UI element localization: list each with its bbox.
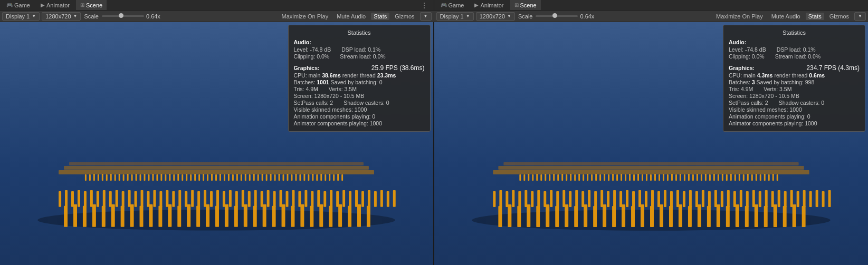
svg-rect-173	[587, 174, 588, 181]
left-shadow: Shadow casters: 0	[344, 100, 389, 106]
svg-rect-103	[292, 190, 295, 207]
svg-rect-67	[65, 190, 68, 207]
slider-thumb-right[interactable]	[552, 13, 557, 18]
svg-rect-121	[73, 204, 77, 227]
svg-rect-4	[85, 174, 87, 181]
svg-rect-53	[291, 174, 293, 181]
svg-rect-69	[78, 190, 80, 207]
left-dsp: DSP load: 0.1%	[341, 46, 380, 53]
svg-rect-237	[607, 191, 609, 207]
slider-track-left[interactable]	[102, 15, 144, 17]
display-dropdown-left[interactable]: Display 1 ▼	[2, 12, 40, 21]
tab-scene-right[interactable]: ⊞ Scene	[510, 0, 541, 10]
svg-rect-146	[310, 206, 314, 227]
dots-menu-left[interactable]: ⋮	[417, 1, 432, 9]
slider-thumb-left[interactable]	[119, 13, 123, 18]
mute-audio-left[interactable]: Mute Audio	[333, 13, 369, 20]
svg-rect-22	[161, 174, 163, 181]
svg-rect-33	[207, 174, 208, 181]
left-audio-row1: Level: -74.8 dB DSP load: 0.1%	[294, 46, 425, 53]
svg-rect-71	[90, 190, 93, 207]
scale-slider-right[interactable]: Scale 0.64x	[517, 13, 594, 19]
svg-rect-23	[165, 174, 167, 181]
tab-scene-left[interactable]: ⊞ Scene	[76, 0, 107, 10]
mute-audio-right[interactable]: Mute Audio	[768, 13, 804, 20]
right-dsp: DSP load: 0.1%	[777, 46, 816, 53]
display-label-left: Display 1	[6, 13, 30, 19]
stats-btn-left[interactable]: Stats	[371, 13, 389, 20]
svg-rect-141	[263, 204, 266, 227]
svg-rect-25	[174, 174, 175, 181]
gizmos-btn-left[interactable]: Gizmos	[392, 13, 417, 20]
resolution-label-left: 1280x720	[45, 13, 71, 19]
gizmos-dropdown-right[interactable]: ▼	[854, 12, 866, 21]
tab-game-right[interactable]: 🎮 Game	[436, 0, 469, 10]
svg-rect-135	[206, 204, 209, 227]
svg-rect-7	[98, 174, 99, 181]
tab-animator-left[interactable]: ▶ Animator	[36, 0, 74, 10]
maximize-on-play-right[interactable]: Maximize On Play	[713, 13, 766, 20]
svg-rect-244	[651, 190, 654, 207]
svg-rect-88	[197, 191, 200, 207]
svg-rect-15	[131, 174, 133, 181]
left-graphics-label: Graphics:	[294, 65, 320, 71]
svg-rect-255	[721, 191, 723, 207]
svg-rect-47	[266, 174, 268, 181]
svg-rect-46	[262, 174, 263, 181]
gizmos-arrow-left: ▼	[424, 14, 428, 18]
svg-rect-108	[323, 191, 326, 207]
left-viewport[interactable]: // We'll generate rows via SVG rect elem…	[0, 22, 433, 265]
svg-rect-243	[645, 191, 647, 207]
svg-rect-206	[726, 174, 728, 181]
svg-rect-144	[291, 206, 295, 227]
svg-rect-78	[135, 191, 137, 207]
svg-rect-34	[211, 174, 213, 181]
svg-rect-195	[680, 174, 681, 181]
maximize-on-play-left[interactable]: Maximize On Play	[279, 13, 332, 20]
svg-rect-284	[603, 204, 606, 227]
svg-rect-17	[140, 174, 141, 181]
tab-animator-right[interactable]: ▶ Animator	[470, 0, 508, 10]
display-dropdown-right[interactable]: Display 1 ▼	[436, 12, 474, 21]
svg-rect-82	[160, 191, 163, 207]
svg-rect-288	[641, 204, 644, 227]
display-arrow-right: ▼	[466, 14, 470, 18]
svg-rect-150	[348, 206, 351, 227]
right-tris: Tris: 4.9M	[729, 86, 753, 92]
svg-rect-64	[337, 174, 339, 181]
svg-rect-52	[287, 174, 289, 181]
slider-track-right[interactable]	[536, 15, 578, 17]
tab-game-left[interactable]: 🎮 Game	[2, 0, 34, 10]
right-viewport[interactable]: Statistics Audio: Level: -74.8 dB DSP lo…	[434, 22, 869, 265]
svg-rect-226	[537, 190, 540, 207]
scale-slider-left[interactable]: Scale 0.64x	[83, 13, 160, 19]
svg-rect-246	[664, 190, 666, 207]
svg-rect-156	[503, 162, 798, 165]
right-animation-row: Animation components playing: 0	[729, 113, 860, 120]
svg-rect-8	[102, 174, 103, 181]
svg-rect-193	[671, 174, 673, 181]
resolution-dropdown-left[interactable]: 1280x720 ▼	[42, 12, 81, 21]
svg-rect-136	[215, 206, 219, 227]
svg-rect-89	[204, 190, 206, 207]
left-crowd-svg: // We'll generate rows via SVG rect elem…	[33, 117, 400, 233]
scale-text-right: Scale	[517, 13, 534, 19]
svg-rect-57	[308, 174, 310, 181]
svg-rect-158	[523, 174, 525, 181]
svg-rect-172	[583, 174, 584, 181]
right-fps: 234.7 FPS (4.3ms)	[806, 64, 860, 72]
svg-rect-118	[387, 191, 389, 207]
gizmos-btn-right[interactable]: Gizmos	[826, 13, 852, 20]
svg-rect-179	[612, 174, 614, 181]
left-audio-row2: Clipping: 0.0% Stream load: 0.0%	[294, 53, 425, 60]
svg-rect-9	[106, 174, 108, 181]
svg-rect-113	[355, 190, 358, 207]
stats-btn-right[interactable]: Stats	[806, 13, 824, 20]
svg-rect-167	[561, 174, 563, 181]
svg-rect-268	[803, 190, 805, 207]
resolution-dropdown-right[interactable]: 1280x720 ▼	[476, 12, 515, 21]
svg-rect-55	[300, 174, 301, 181]
gizmos-dropdown-left[interactable]: ▼	[420, 12, 432, 21]
svg-rect-238	[613, 190, 616, 207]
svg-rect-252	[702, 190, 704, 207]
